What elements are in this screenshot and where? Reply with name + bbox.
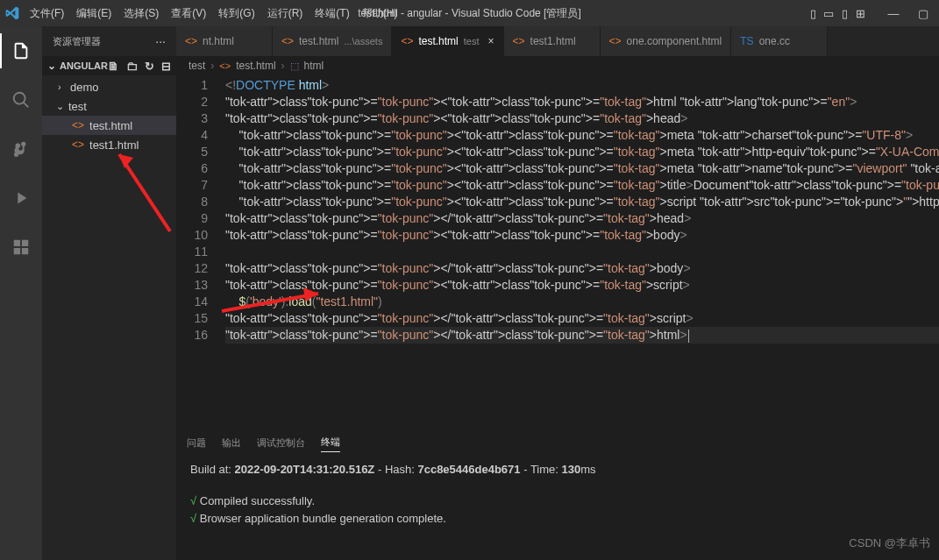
explorer-icon[interactable] <box>0 33 42 68</box>
tab-path: ...\assets <box>344 36 382 46</box>
terminal-line: √ Browser application bundle generation … <box>190 510 939 528</box>
project-name: ANGULAR <box>60 60 108 71</box>
sidebar: 资源管理器 ··· ⌄ ANGULAR 🗎 🗀 ↻ ⊟ ›demo⌄test<>… <box>42 26 176 560</box>
code-line[interactable]: "tok-attr">class"tok-punc">="tok-punc"><… <box>225 160 939 177</box>
tab-label: test.html <box>418 35 458 47</box>
html-file-icon: <> <box>72 138 84 151</box>
file-tree-file[interactable]: <>test1.html <box>42 135 176 154</box>
toggle-panel-left-icon[interactable]: ▯ <box>806 6 820 20</box>
html-file-icon: <> <box>513 35 525 47</box>
close-icon[interactable]: × <box>488 35 494 47</box>
breadcrumb-folder: test <box>189 60 205 72</box>
editor-tab[interactable]: <>one.component.html <box>601 26 732 56</box>
title-bar: 文件(F)编辑(E)选择(S)查看(V)转到(G)运行(R)终端(T)帮助(H)… <box>0 0 939 26</box>
symbol-icon: ⬚ <box>290 60 299 72</box>
terminal-content[interactable]: Build at: 2022-09-20T14:31:20.516Z - Has… <box>176 456 939 560</box>
run-debug-icon[interactable] <box>0 181 42 216</box>
code-line[interactable]: "tok-attr">class"tok-punc">="tok-punc"><… <box>225 327 939 344</box>
editor-tab[interactable]: TSone.cc <box>731 26 828 56</box>
html-file-icon: <> <box>401 35 413 47</box>
breadcrumb-symbol: html <box>304 60 324 72</box>
editor-tabs: <>nt.html<>test.html ...\assets<>test.ht… <box>176 26 939 56</box>
search-icon[interactable] <box>0 82 42 117</box>
file-tree-file[interactable]: <>test.html <box>42 116 176 135</box>
bottom-panel: 问题输出调试控制台终端〉_node+⌄◫🗑^× Build at: 2022-0… <box>176 429 939 560</box>
tree-label: test1.html <box>89 138 139 152</box>
code-editor[interactable]: 12345678910111213141516 <!DOCTYPE html>"… <box>176 75 939 429</box>
sidebar-more-icon[interactable]: ··· <box>155 34 166 48</box>
tab-label: test.html <box>299 35 338 47</box>
new-file-icon[interactable]: 🗎 <box>108 60 119 73</box>
panel-tab[interactable]: 输出 <box>222 434 241 452</box>
html-file-icon: <> <box>281 35 294 47</box>
menu-item[interactable]: 文件(F) <box>25 3 69 25</box>
menu-item[interactable]: 查看(V) <box>166 3 211 25</box>
toggle-panel-right-icon[interactable]: ▯ <box>837 6 851 20</box>
collapse-icon[interactable]: ⊟ <box>161 60 171 73</box>
file-tree-folder[interactable]: ⌄test <box>42 96 176 116</box>
refresh-icon[interactable]: ↻ <box>145 60 154 73</box>
ts-file-icon: TS <box>740 35 753 47</box>
menu-item[interactable]: 编辑(E) <box>71 3 117 25</box>
sidebar-title: 资源管理器 <box>53 35 101 48</box>
tab-label: one.component.html <box>627 35 722 47</box>
file-tree-folder[interactable]: ›demo <box>42 77 176 96</box>
html-file-icon: <> <box>185 35 197 47</box>
line-gutter: 12345678910111213141516 <box>176 75 225 429</box>
code-line[interactable]: "tok-attr">class"tok-punc">="tok-punc"><… <box>225 194 939 210</box>
menu-item[interactable]: 运行(R) <box>262 3 309 25</box>
menu-item[interactable]: 终端(T) <box>309 3 354 25</box>
extensions-icon[interactable] <box>0 230 42 265</box>
explorer-root[interactable]: ⌄ ANGULAR 🗎 🗀 ↻ ⊟ <box>42 56 176 75</box>
tab-label: one.cc <box>759 35 790 47</box>
tree-label: test <box>68 100 87 113</box>
code-line[interactable] <box>225 244 939 260</box>
code-line[interactable]: $('body').load("test1.html") <box>225 294 939 310</box>
code-line[interactable]: "tok-attr">class"tok-punc">="tok-punc"><… <box>225 127 939 144</box>
terminal-line: Build at: 2022-09-20T14:31:20.516Z - Has… <box>190 461 939 478</box>
code-line[interactable]: "tok-attr">class"tok-punc">="tok-punc"><… <box>225 310 939 327</box>
tab-path: test <box>464 36 480 46</box>
editor-tab[interactable]: <>nt.html <box>176 26 273 56</box>
toggle-panel-bottom-icon[interactable]: ▭ <box>822 6 836 20</box>
file-tree: ›demo⌄test<>test.html<>test1.html <box>42 75 176 154</box>
code-line[interactable]: "tok-attr">class"tok-punc">="tok-punc"><… <box>225 227 939 244</box>
menu-item[interactable]: 选择(S) <box>118 3 164 25</box>
code-content[interactable]: <!DOCTYPE html>"tok-attr">class"tok-punc… <box>225 75 939 429</box>
code-line[interactable]: <!DOCTYPE html> <box>225 77 939 94</box>
panel-tab[interactable]: 问题 <box>187 434 206 452</box>
source-control-icon[interactable] <box>0 131 42 167</box>
activity-bar <box>0 26 42 560</box>
editor-tab[interactable]: <>test1.html <box>504 26 601 56</box>
code-line[interactable]: "tok-attr">class"tok-punc">="tok-punc"><… <box>225 144 939 160</box>
terminal-line: √ Compiled successfully. <box>190 493 939 510</box>
code-line[interactable]: "tok-attr">class"tok-punc">="tok-punc"><… <box>225 177 939 194</box>
menu-bar: 文件(F)编辑(E)选择(S)查看(V)转到(G)运行(R)终端(T)帮助(H) <box>25 3 402 25</box>
code-line[interactable]: "tok-attr">class"tok-punc">="tok-punc"><… <box>225 110 939 127</box>
menu-item[interactable]: 转到(G) <box>213 3 260 25</box>
vscode-icon <box>5 6 19 20</box>
maximize-icon[interactable]: ▢ <box>916 6 930 20</box>
panel-tab[interactable]: 终端 <box>321 433 340 452</box>
editor-tab[interactable]: <>test.html ...\assets <box>273 26 392 56</box>
new-folder-icon[interactable]: 🗀 <box>126 60 138 73</box>
code-line[interactable]: "tok-attr">class"tok-punc">="tok-punc"><… <box>225 260 939 277</box>
panel-tab[interactable]: 调试控制台 <box>257 434 305 452</box>
html-file-icon: <> <box>609 35 622 47</box>
customize-layout-icon[interactable]: ⊞ <box>853 6 867 20</box>
window-controls: ▯ ▭ ▯ ⊞ — ▢ <box>806 6 934 20</box>
code-line[interactable]: "tok-attr">class"tok-punc">="tok-punc"><… <box>225 210 939 227</box>
html-file-icon: <> <box>72 119 84 131</box>
watermark: CSDN @李卓书 <box>849 535 930 551</box>
system-controls: — ▢ <box>886 6 930 20</box>
editor-tab[interactable]: <>test.html test× <box>392 26 503 56</box>
code-line[interactable]: "tok-attr">class"tok-punc">="tok-punc"><… <box>225 94 939 110</box>
breadcrumb[interactable]: test › <> test.html › ⬚ html <box>176 56 939 75</box>
code-line[interactable]: "tok-attr">class"tok-punc">="tok-punc"><… <box>225 277 939 294</box>
tree-label: demo <box>70 81 99 94</box>
minimize-icon[interactable]: — <box>886 6 900 20</box>
layout-controls: ▯ ▭ ▯ ⊞ <box>806 6 867 20</box>
tab-label: test1.html <box>530 35 576 47</box>
editor-group: <>nt.html<>test.html ...\assets<>test.ht… <box>176 26 939 560</box>
chevron-right-icon: › <box>281 60 285 72</box>
